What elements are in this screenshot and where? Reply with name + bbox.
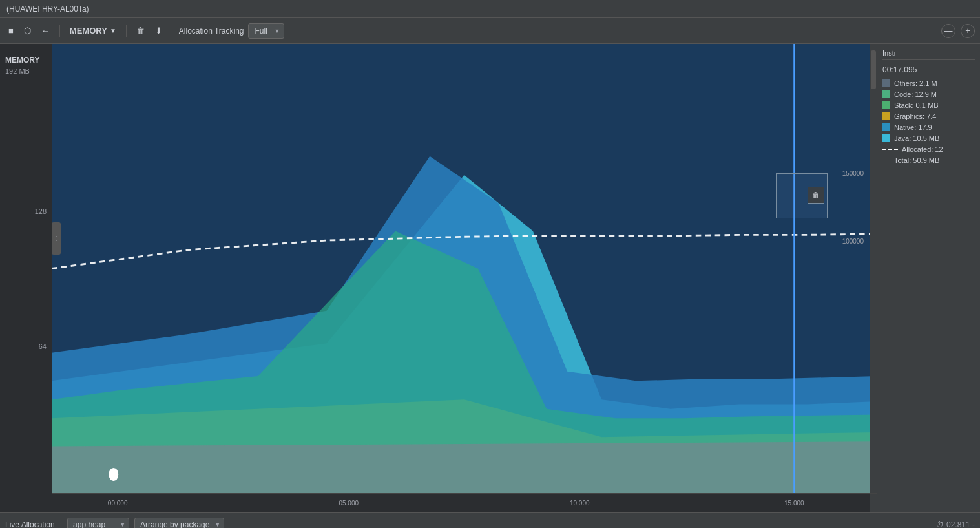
stop-icon: ■ (8, 26, 14, 36)
time-label-2: 10.000 (570, 500, 590, 507)
right-panel-label: Instr (882, 49, 975, 60)
back-button[interactable]: ← (38, 24, 53, 37)
axis-label-128: 128 (35, 207, 47, 215)
full-dropdown-wrapper: Full ▼ (248, 23, 284, 39)
memory-dropdown-button[interactable]: MEMORY ▼ (67, 24, 120, 37)
clock-icon: ⏱ (936, 520, 944, 529)
svg-marker-5 (52, 441, 877, 493)
right-axis-100000: 100000 (842, 238, 864, 245)
others-color-swatch (882, 79, 890, 87)
legend-item-total: Total: 50.9 MB (882, 156, 975, 164)
left-axis: MEMORY 192 MB 128 64 (0, 44, 52, 512)
separator-3 (172, 25, 172, 37)
memory-label: MEMORY (70, 26, 107, 36)
axis-label-64: 64 (39, 343, 47, 350)
stop-button[interactable]: ■ (5, 24, 17, 37)
main-content: MEMORY 192 MB 128 64 MainActivity - dest… (0, 44, 980, 512)
java-label: Java: 10.5 MB (894, 134, 939, 142)
allocated-label: Allocated: 12 (902, 145, 943, 153)
selection-box: 🗑 (776, 173, 828, 218)
stack-color-swatch (882, 101, 890, 109)
timeline-axis: 00.000 05.000 10.000 15.000 (52, 493, 877, 512)
svg-point-6 (109, 468, 118, 481)
chart-scrollbar-thumb[interactable] (871, 50, 876, 89)
download-button[interactable]: ⬇ (152, 24, 165, 37)
native-color-swatch (882, 123, 890, 131)
back-icon: ← (41, 26, 50, 36)
separator-1 (59, 25, 60, 37)
legend-item-others: Others: 2.1 M (882, 79, 975, 87)
detach-button[interactable]: ⬡ (21, 24, 34, 37)
heap-dropdown[interactable]: app heap image heap zygote heap (67, 518, 129, 529)
bottom-section: Live Allocation : app heap image heap zy… (0, 512, 980, 528)
java-color-swatch (882, 134, 890, 142)
others-label: Others: 2.1 M (894, 79, 937, 87)
arrange-dropdown-wrapper: Arrange by package Arrange by class Arra… (134, 518, 224, 529)
memory-axis-subtitle: 192 MB (0, 67, 52, 80)
maximize-button[interactable]: + (961, 24, 975, 38)
separator-2 (126, 25, 127, 37)
download-icon: ⬇ (155, 26, 162, 36)
drag-handle[interactable]: ⋮ (52, 222, 61, 255)
graphics-color-swatch (882, 112, 890, 120)
toolbar: ■ ⬡ ← MEMORY ▼ 🗑 ⬇ Allocation Tracking F… (0, 18, 980, 44)
title-bar: (HUAWEI HRY-AL00Ta) (0, 0, 980, 18)
chart-scrollbar[interactable] (870, 44, 877, 512)
delete-button[interactable]: 🗑 (133, 24, 148, 37)
chart-container[interactable]: MainActivity - destroyed (52, 44, 877, 512)
full-dropdown[interactable]: Full (248, 23, 284, 39)
drag-handle-icon: ⋮ (53, 235, 59, 242)
legend-item-graphics: Graphics: 7.4 (882, 112, 975, 120)
colon-sep: : (60, 520, 62, 529)
trash-icon-box[interactable]: 🗑 (808, 187, 824, 204)
trash-icon: 🗑 (812, 191, 820, 200)
timestamp-value: 02.811 - (946, 520, 975, 529)
chevron-down-icon: ▼ (110, 27, 116, 34)
graphics-label: Graphics: 7.4 (894, 112, 936, 120)
memory-chart-svg (52, 44, 877, 493)
right-panel: Instr 00:17.095 Others: 2.1 M Code: 12.9… (877, 44, 980, 512)
legend-item-allocated: Allocated: 12 (882, 145, 975, 153)
allocated-dashed-swatch (882, 149, 898, 151)
legend-item-java: Java: 10.5 MB (882, 134, 975, 142)
minimize-button[interactable]: — (941, 24, 955, 38)
minimize-icon: — (944, 26, 953, 36)
time-label-3: 15.000 (784, 500, 804, 507)
heap-dropdown-wrapper: app heap image heap zygote heap ▼ (67, 518, 129, 529)
timestamp-right: ⏱ 02.811 - (936, 520, 975, 529)
total-label: Total: 50.9 MB (894, 156, 939, 164)
legend-item-code: Code: 12.9 M (882, 90, 975, 98)
axis-labels: 128 64 (0, 80, 52, 503)
live-allocation-label: Live Allocation (5, 520, 55, 529)
bottom-toolbar: Live Allocation : app heap image heap zy… (0, 513, 980, 528)
legend-item-stack: Stack: 0.1 MB (882, 101, 975, 109)
arrange-dropdown[interactable]: Arrange by package Arrange by class Arra… (134, 518, 224, 529)
delete-icon: 🗑 (136, 26, 145, 36)
allocation-tracking-label: Allocation Tracking (179, 26, 244, 36)
right-axis-150000: 150000 (842, 170, 864, 177)
stack-label: Stack: 0.1 MB (894, 101, 938, 109)
code-color-swatch (882, 90, 890, 98)
maximize-icon: + (965, 26, 970, 36)
native-label: Native: 17.9 (894, 123, 932, 131)
detach-icon: ⬡ (24, 26, 31, 36)
legend-item-native: Native: 17.9 (882, 123, 975, 131)
gc-btn-area: — + (941, 24, 975, 38)
code-label: Code: 12.9 M (894, 90, 937, 98)
instr-label: Instr (882, 49, 896, 57)
time-label-0: 00.000 (108, 500, 128, 507)
memory-axis-title: MEMORY (0, 50, 52, 67)
time-label-1: 05.000 (339, 500, 359, 507)
legend-time: 00:17.095 (882, 65, 975, 74)
title-text: (HUAWEI HRY-AL00Ta) (6, 5, 89, 14)
